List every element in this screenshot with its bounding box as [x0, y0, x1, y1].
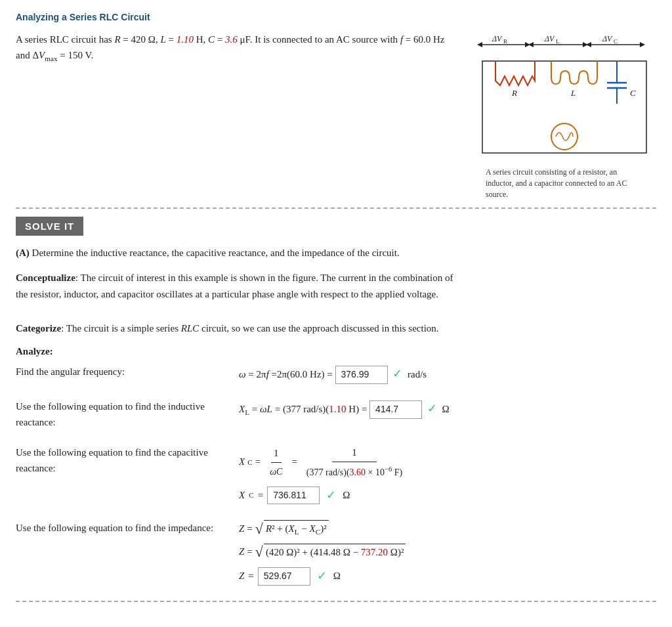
part-a-text: (A) Determine the inductive reactance, t…	[16, 245, 459, 262]
impedance-check: ✓	[317, 566, 327, 586]
svg-text:L: L	[570, 88, 576, 98]
angular-freq-check: ✓	[392, 367, 402, 380]
capacitive-reactance-row: Use the following equation to find the c…	[16, 444, 656, 506]
angular-freq-unit: rad/s	[408, 369, 427, 379]
solve-it-banner: SOLVE IT	[16, 217, 83, 236]
C-value: 3.6	[225, 34, 238, 45]
divider-top	[16, 207, 656, 209]
intro-text: A series RLC circuit has R = 420 Ω, L = …	[16, 32, 459, 200]
circuit-svg: R L C	[476, 58, 653, 163]
svg-marker-6	[528, 42, 534, 47]
capacitive-reactance-label: Use the following equation to find the c…	[16, 444, 239, 476]
svg-marker-12	[640, 42, 645, 47]
svg-point-25	[551, 123, 578, 150]
capacitive-reactance-check: ✓	[326, 485, 336, 506]
page-title: Analyzing a Series RLC Circuit	[16, 12, 656, 22]
analyze-label: Analyze:	[16, 346, 656, 357]
conceptualize-text: Conceptualize: The circuit of interest i…	[16, 270, 459, 303]
angular-freq-answer[interactable]: 376.99	[335, 366, 388, 384]
divider-bottom	[16, 601, 656, 602]
diagram-caption: A series circuit consisting of a resisto…	[486, 167, 643, 200]
svg-marker-11	[586, 42, 591, 47]
svg-text:R: R	[503, 38, 507, 45]
svg-text:R: R	[511, 88, 517, 98]
analyze-section: Analyze:	[16, 346, 656, 357]
impedance-answer[interactable]: 529.67	[258, 567, 310, 586]
impedance-row: Use the following equation to find the i…	[16, 520, 656, 586]
voltage-labels-svg: ΔV R ΔV L ΔV C	[476, 32, 653, 58]
inductive-reactance-row: Use the following equation to find the i…	[16, 399, 656, 430]
capacitive-reactance-unit: Ω	[343, 487, 350, 504]
svg-text:ΔV: ΔV	[602, 34, 613, 43]
angular-freq-label: Find the angular frequency:	[16, 364, 239, 379]
inductive-reactance-answer[interactable]: 414.7	[369, 400, 422, 419]
inductive-reactance-eq: XL = ωL = (377 rad/s)(1.10 H) = 414.7 ✓ …	[239, 399, 656, 419]
svg-text:ΔV: ΔV	[544, 34, 555, 43]
impedance-eq: Z = √ R² + (XL − XC)² Z = √ (420 Ω)² + (…	[239, 520, 656, 586]
svg-text:C: C	[614, 38, 618, 45]
capacitive-reactance-answer[interactable]: 736.811	[267, 486, 320, 505]
inductive-reactance-unit: Ω	[442, 404, 450, 414]
impedance-unit: Ω	[333, 568, 341, 585]
categorize-text: Categorize: The circuit is a simple seri…	[16, 320, 656, 337]
inductive-reactance-label: Use the following equation to find the i…	[16, 399, 239, 430]
svg-text:L: L	[556, 38, 560, 45]
L-value: 1.10	[177, 34, 194, 45]
capacitive-reactance-eq: XC = 1 ωC = 1 (377 rad/s)(3.60 × 10−6 F)…	[239, 444, 656, 506]
svg-text:ΔV: ΔV	[492, 34, 503, 43]
svg-marker-1	[477, 42, 482, 47]
angular-freq-eq: ω = 2πf =2π(60.0 Hz) = 376.99 ✓ rad/s	[239, 364, 656, 384]
svg-text:C: C	[630, 88, 636, 98]
inductive-reactance-check: ✓	[427, 402, 437, 415]
angular-freq-row: Find the angular frequency: ω = 2πf =2π(…	[16, 364, 656, 384]
impedance-label: Use the following equation to find the i…	[16, 520, 239, 536]
circuit-diagram-area: ΔV R ΔV L ΔV C R L	[472, 32, 656, 200]
